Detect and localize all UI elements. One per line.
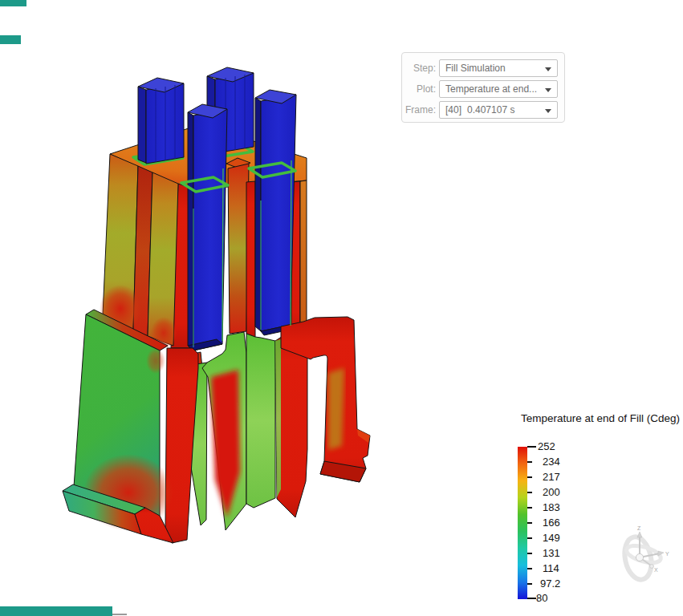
tick-mark xyxy=(527,553,532,554)
tick-mark xyxy=(527,568,532,569)
chevron-down-icon xyxy=(545,109,551,113)
corner-artifact xyxy=(0,0,26,6)
tick-label: 166 xyxy=(543,517,560,529)
tick-mark xyxy=(527,522,532,524)
step-label: Step: xyxy=(404,63,436,74)
step-dropdown[interactable]: Fill Simulation xyxy=(439,59,558,77)
tick-mark xyxy=(527,583,532,585)
frame-time: 0.407107 s xyxy=(467,104,514,116)
tick-label: 183 xyxy=(543,501,560,513)
step-value: Fill Simulation xyxy=(445,63,506,74)
model-viewport[interactable]: Z Y X xyxy=(0,0,683,616)
tick-label: 131 xyxy=(543,547,560,559)
tick-label: 149 xyxy=(543,532,560,544)
tick-label: 217 xyxy=(543,471,560,483)
tick-mark xyxy=(527,537,532,539)
orientation-triad[interactable]: Z Y X xyxy=(621,525,669,582)
tick-mark xyxy=(527,492,532,493)
part-body-ribs-lower xyxy=(165,332,307,543)
tick-mark xyxy=(527,446,536,448)
plot-label: Plot: xyxy=(404,83,436,95)
tick-label: 97.2 xyxy=(540,578,560,590)
tick-label: 80 xyxy=(536,592,547,604)
chevron-down-icon xyxy=(545,67,551,71)
triad-x-label: X xyxy=(654,567,658,573)
chevron-down-icon xyxy=(545,88,551,92)
tick-mark xyxy=(527,598,536,599)
plot-dropdown[interactable]: Temperature at end... xyxy=(439,80,558,98)
triad-z-label: Z xyxy=(637,525,641,531)
tick-label: 200 xyxy=(543,486,560,498)
corner-artifact xyxy=(0,606,112,616)
tick-mark xyxy=(527,476,532,478)
result-control-panel: Step: Fill Simulation Plot: Temperature … xyxy=(401,52,565,123)
frame-label: Frame: xyxy=(404,104,436,116)
application-window: Z Y X Step: Fill Simulation Plot: Temper… xyxy=(0,0,683,616)
legend-title: Temperature at end of Fill (Cdeg) xyxy=(521,412,680,424)
tick-mark xyxy=(527,461,532,463)
tick-label: 252 xyxy=(538,440,555,452)
corner-artifact xyxy=(0,35,21,44)
tick-mark xyxy=(527,507,532,509)
tick-label: 234 xyxy=(543,456,560,468)
plot-value: Temperature at end... xyxy=(445,83,537,95)
tick-label: 114 xyxy=(543,562,559,574)
legend-colorbar xyxy=(518,447,527,599)
triad-y-label: Y xyxy=(665,551,669,557)
frame-index: [40] xyxy=(445,104,461,116)
frame-dropdown[interactable]: [40] 0.407107 s xyxy=(439,101,558,119)
